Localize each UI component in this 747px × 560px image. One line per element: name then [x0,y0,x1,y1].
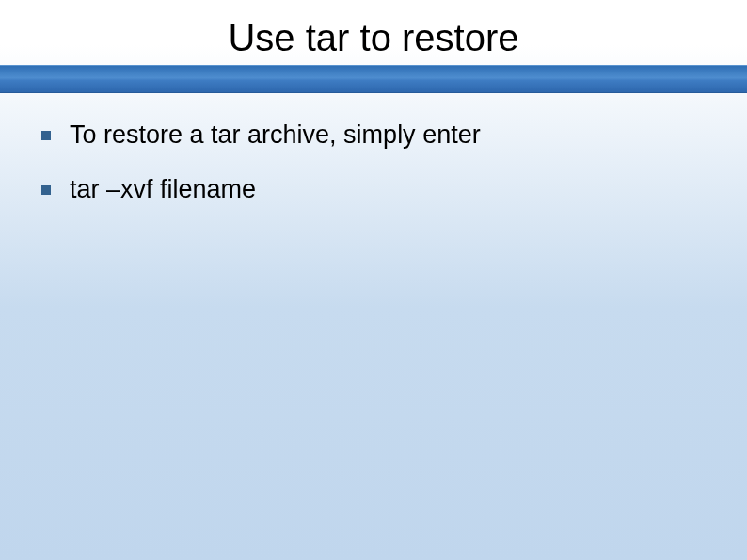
title-underline-bar [0,65,747,93]
slide-title: Use tar to restore [0,17,747,65]
slide-content: To restore a tar archive, simply enter t… [0,93,747,206]
bullet-text: tar –xvf filename [70,174,256,206]
bullet-text: To restore a tar archive, simply enter [70,120,481,152]
bullet-icon [41,131,51,140]
bullet-item: To restore a tar archive, simply enter [41,120,706,152]
title-band: Use tar to restore [0,0,747,93]
bullet-icon [41,185,51,195]
bullet-item: tar –xvf filename [41,174,706,206]
